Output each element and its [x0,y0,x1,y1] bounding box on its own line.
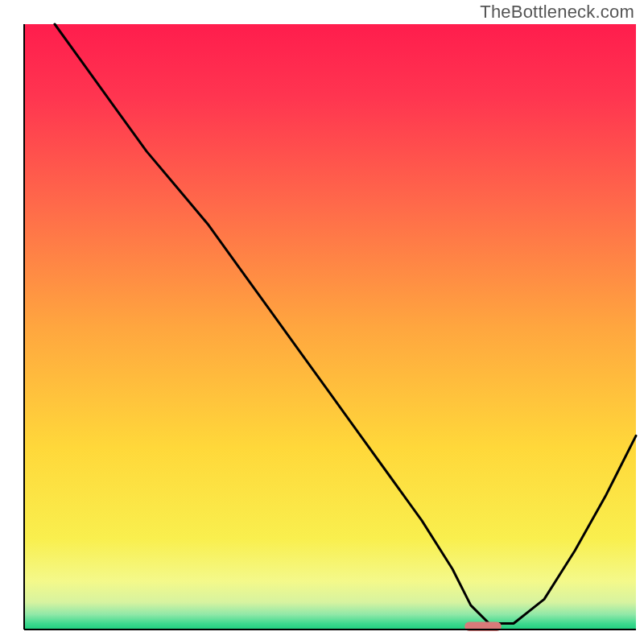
chart-svg [0,0,644,644]
watermark-text: TheBottleneck.com [480,2,634,23]
plot-background [24,24,636,630]
chart-container: TheBottleneck.com [0,0,644,644]
